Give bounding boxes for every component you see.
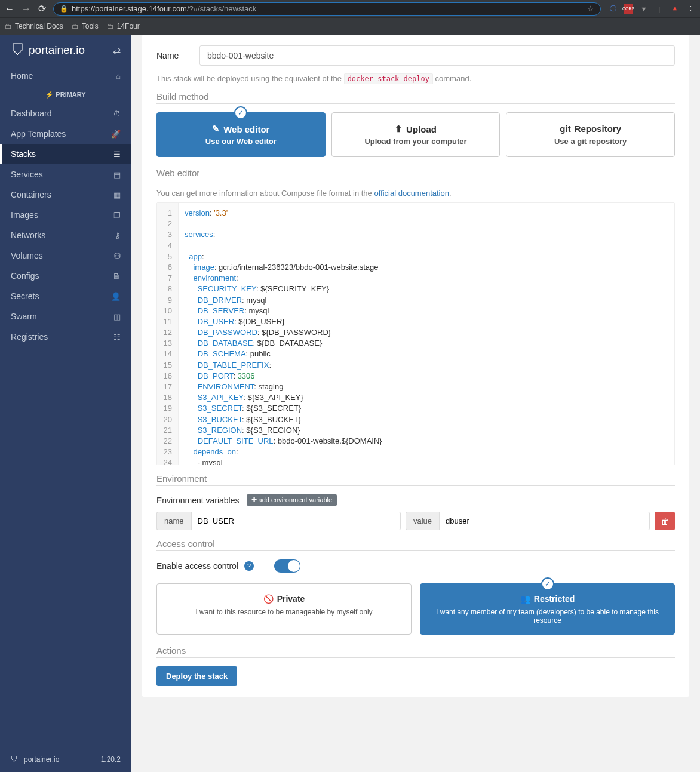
add-env-button[interactable]: ✚ add environment variable <box>247 494 337 506</box>
sidebar-item-containers[interactable]: Containers▦ <box>0 184 131 205</box>
bookmark-label: Technical Docs <box>15 22 63 30</box>
compose-editor[interactable]: 1234567891011121314151617181920212223242… <box>156 202 675 465</box>
env-value-input[interactable] <box>439 512 650 530</box>
sidebar-item-label: Configs <box>11 271 39 281</box>
sidebar-item-label: Swarm <box>11 312 37 321</box>
name-label: Name <box>156 51 191 60</box>
method-subtitle: Use a git repository <box>512 137 668 146</box>
sidebar-item-networks[interactable]: Networks⚷ <box>0 225 131 245</box>
sidebar-item-icon: ◫ <box>113 312 121 321</box>
method-icon: git <box>560 124 570 134</box>
sidebar-item-label: Networks <box>11 230 45 240</box>
sidebar-item-registries[interactable]: Registries☷ <box>0 327 131 347</box>
method-subtitle: Upload from your computer <box>338 137 494 146</box>
sidebar-logo[interactable]: ⛉portainer.io ⇄ <box>0 35 131 66</box>
method-subtitle: Use our Web editor <box>163 137 319 146</box>
deploy-help-text: This stack will be deployed using the eq… <box>156 74 675 83</box>
sidebar-footer: ⛉ portainer.io 1.20.2 <box>0 747 131 772</box>
sidebar-item-icon: ⏱ <box>113 109 121 118</box>
extension-icons: ⓘ CORS ▼ | 🔺 ⋮ <box>608 4 695 14</box>
sidebar-item-home[interactable]: Home⌂ <box>0 66 131 86</box>
bookmark-label: Tools <box>82 22 99 30</box>
sidebar-item-label: Containers <box>11 190 51 199</box>
menu-icon[interactable]: ⋮ <box>686 4 695 14</box>
sidebar-item-label: Volumes <box>11 251 43 260</box>
environment-title: Environment <box>156 473 675 486</box>
sidebar-item-label: Images <box>11 210 38 220</box>
sidebar-item-stacks[interactable]: Stacks☰ <box>0 144 131 164</box>
info-icon[interactable]: ⓘ <box>608 4 618 14</box>
method-title-text: Web editor <box>223 124 269 134</box>
sidebar-item-icon: 🚀 <box>111 130 121 139</box>
vue-icon[interactable]: ▼ <box>639 4 649 14</box>
editor-info: You can get more information about Compo… <box>156 189 675 198</box>
folder-icon: 🗀 <box>5 22 12 30</box>
sidebar-item-icon: ⚷ <box>115 231 121 240</box>
sidebar-item-label: Home <box>11 71 33 81</box>
build-method-web-editor[interactable]: ✓✎ Web editorUse our Web editor <box>156 112 326 157</box>
delete-env-button[interactable]: 🗑 <box>655 512 675 530</box>
docker-command-code: docker stack deploy <box>344 73 433 84</box>
stack-name-input[interactable] <box>199 45 675 66</box>
sidebar-item-icon: 👤 <box>111 292 121 301</box>
crane-icon: ⛉ <box>11 755 18 764</box>
cors-icon[interactable]: CORS <box>624 4 633 14</box>
sidebar-item-services[interactable]: Services▤ <box>0 164 131 184</box>
browser-toolbar: ← → ⟳ 🔒 https://portainer.stage.14four.c… <box>0 0 700 17</box>
access-control-toggle[interactable] <box>274 559 300 573</box>
env-vars-label: Environment variables <box>156 496 240 505</box>
ac-private-sub: I want to this resource to be manageable… <box>167 608 401 616</box>
check-icon: ✓ <box>234 106 247 119</box>
help-icon[interactable]: ? <box>244 561 254 571</box>
sidebar-item-images[interactable]: Images❐ <box>0 205 131 225</box>
method-title-text: Upload <box>406 124 437 134</box>
url-path: /?#/stacks/newstack <box>187 4 256 13</box>
enable-ac-label: Enable access control <box>156 561 238 571</box>
sidebar-item-app-templates[interactable]: App Templates🚀 <box>0 124 131 144</box>
ac-option-restricted[interactable]: ✓ 👥Restricted I want any member of my te… <box>420 583 675 635</box>
build-method-title: Build method <box>156 91 675 104</box>
env-value-addon: value <box>406 512 439 530</box>
reload-button[interactable]: ⟳ <box>38 3 46 14</box>
sidebar-item-secrets[interactable]: Secrets👤 <box>0 286 131 306</box>
forward-button[interactable]: → <box>22 4 31 14</box>
sidebar-item-icon: ⛁ <box>114 251 121 260</box>
sidebar-item-volumes[interactable]: Volumes⛁ <box>0 245 131 266</box>
sidebar-item-label: Dashboard <box>11 109 52 118</box>
actions-title: Actions <box>156 645 675 658</box>
sidebar-item-icon: ⌂ <box>116 72 121 81</box>
sidebar-item-label: Services <box>11 170 43 179</box>
lock-icon: 🔒 <box>60 5 68 13</box>
sidebar-item-label: Secrets <box>11 291 39 301</box>
build-method-upload[interactable]: ⬆ UploadUpload from your computer <box>331 112 501 157</box>
sidebar-item-icon: ☷ <box>113 333 121 342</box>
docs-link[interactable]: official documentation <box>374 189 449 198</box>
access-control-title: Access control <box>156 539 675 551</box>
collapse-icon[interactable]: ⇄ <box>113 45 121 56</box>
build-method-repository[interactable]: git RepositoryUse a git repository <box>506 112 675 157</box>
footer-version: 1.20.2 <box>101 755 121 764</box>
ac-restricted-title: Restricted <box>534 594 575 604</box>
sidebar-item-label: Registries <box>11 332 48 342</box>
vlc-icon[interactable]: 🔺 <box>670 4 680 14</box>
deploy-button[interactable]: Deploy the stack <box>156 666 237 686</box>
method-title-text: Repository <box>575 124 621 134</box>
sidebar-item-dashboard[interactable]: Dashboard⏱ <box>0 103 131 124</box>
sidebar-item-configs[interactable]: Configs🗎 <box>0 266 131 286</box>
sidebar-item-label: App Templates <box>11 129 66 139</box>
ac-private-title: Private <box>277 594 305 604</box>
address-bar[interactable]: 🔒 https://portainer.stage.14four.com /?#… <box>53 2 601 16</box>
bookmark-tools[interactable]: 🗀Tools <box>72 22 99 30</box>
env-name-input[interactable] <box>191 512 401 530</box>
users-icon: 👥 <box>520 594 530 604</box>
sidebar-item-icon: ❐ <box>113 211 121 220</box>
bookmark-label: 14Four <box>117 22 140 30</box>
env-name-addon: name <box>156 512 191 530</box>
sidebar-item-icon: ☰ <box>113 150 121 159</box>
back-button[interactable]: ← <box>5 4 14 14</box>
bookmark-14four[interactable]: 🗀14Four <box>107 22 140 30</box>
bookmark-star-icon[interactable]: ☆ <box>587 4 594 13</box>
sidebar-item-swarm[interactable]: Swarm◫ <box>0 306 131 327</box>
ac-option-private[interactable]: 🚫Private I want to this resource to be m… <box>156 583 412 635</box>
bookmark-technical-docs[interactable]: 🗀Technical Docs <box>5 22 63 30</box>
